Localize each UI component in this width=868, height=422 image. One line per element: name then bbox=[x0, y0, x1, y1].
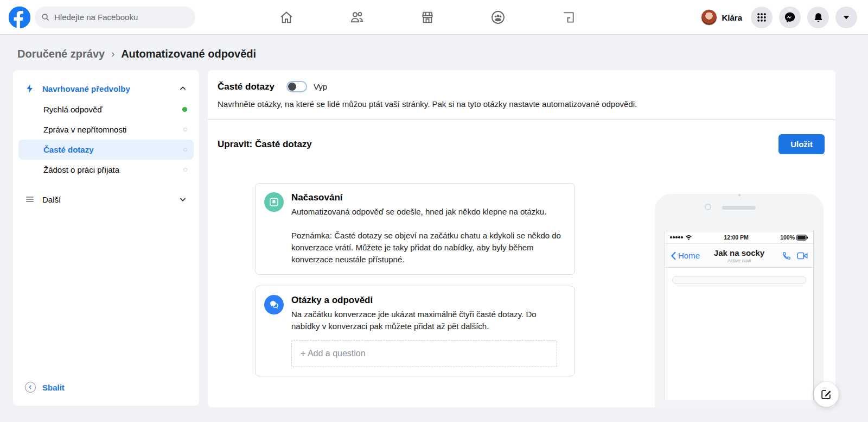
status-dot-off bbox=[183, 168, 187, 172]
nav-gaming-tab[interactable] bbox=[533, 0, 604, 35]
sidebar-section-more[interactable]: Další bbox=[13, 187, 199, 211]
compose-icon bbox=[820, 388, 832, 400]
sidebar-section-suggested-presets[interactable]: Navrhované předvolby bbox=[13, 78, 199, 99]
nav-groups-tab[interactable] bbox=[463, 0, 533, 35]
search-input[interactable] bbox=[54, 12, 179, 22]
feature-title: Časté dotazy bbox=[218, 81, 275, 92]
sidebar-section-title: Navrhované předvolby bbox=[42, 84, 178, 93]
lightning-icon bbox=[25, 84, 35, 93]
account-caret-icon bbox=[842, 13, 851, 22]
call-icon[interactable] bbox=[782, 251, 792, 261]
apps-grid-icon bbox=[756, 12, 767, 23]
automated-responses-panel: Časté dotazy Vyp Navrhněte otázky, na kt… bbox=[208, 70, 835, 407]
phone-camera bbox=[705, 204, 711, 210]
groups-icon bbox=[490, 10, 506, 25]
back-chevron-icon bbox=[671, 251, 676, 260]
breadcrumb-parent[interactable]: Doručené zprávy bbox=[17, 48, 105, 60]
battery-icon bbox=[796, 235, 808, 241]
signal-strength-icon bbox=[670, 235, 692, 240]
chat-back-button[interactable]: Home bbox=[671, 251, 700, 260]
sidebar-item-job-application-received[interactable]: Žádost o práci přijata bbox=[13, 160, 199, 180]
bell-schedule-icon bbox=[264, 192, 284, 212]
edit-body: Načasování Automatizovaná odpověď se ode… bbox=[208, 168, 835, 407]
hamburger-menu-icon bbox=[25, 194, 35, 204]
message-placeholder bbox=[672, 276, 806, 284]
chat-bubbles-icon bbox=[264, 295, 284, 314]
phone-speaker bbox=[722, 206, 756, 210]
profile-chip[interactable]: Klára bbox=[701, 9, 742, 26]
phone-statusbar: 12:00 PM 100% bbox=[665, 231, 813, 243]
global-search[interactable] bbox=[35, 7, 195, 28]
sidebar-more-label: Další bbox=[42, 195, 178, 204]
timing-card-note: Poznámka: Časté dotazy se objeví na začá… bbox=[291, 230, 566, 266]
questions-answers-card: Otázky a odpovědi Na začátku konverzace … bbox=[255, 286, 575, 376]
nav-marketplace-tab[interactable] bbox=[392, 0, 463, 35]
facebook-f-icon bbox=[9, 7, 30, 28]
sidebar-item-label: Žádost o práci přijata bbox=[43, 165, 119, 174]
nav-friends-tab[interactable] bbox=[322, 0, 392, 35]
chat-header: Home Jak na socky Active now bbox=[665, 243, 813, 268]
sidebar-item-label: Rychlá odpověď bbox=[43, 105, 102, 114]
phone-sensor-dot bbox=[738, 194, 741, 196]
breadcrumb: Doručené zprávy › Automatizované odpověd… bbox=[0, 35, 868, 70]
friends-icon bbox=[349, 10, 365, 25]
feature-toggle-section: Časté dotazy Vyp Navrhněte otázky, na kt… bbox=[208, 70, 835, 120]
toggle-knob bbox=[288, 83, 296, 91]
toggle-state-label: Vyp bbox=[314, 82, 327, 91]
compose-message-fab[interactable] bbox=[814, 382, 839, 407]
nav-home-tab[interactable] bbox=[251, 0, 322, 35]
home-icon bbox=[279, 10, 294, 25]
top-nav-tabs bbox=[251, 0, 604, 35]
facebook-logo[interactable] bbox=[9, 7, 30, 28]
save-button[interactable]: Uložit bbox=[778, 134, 825, 154]
chevron-down-icon bbox=[178, 195, 187, 204]
phone-mockup: 12:00 PM 100% bbox=[655, 194, 824, 407]
timing-card: Načasování Automatizovaná odpověď se ode… bbox=[255, 183, 575, 275]
feature-toggle[interactable] bbox=[286, 81, 307, 92]
notifications-bell-icon bbox=[813, 12, 824, 23]
chevron-left-icon bbox=[28, 385, 33, 390]
messenger-icon bbox=[784, 11, 796, 23]
messenger-button[interactable] bbox=[779, 7, 801, 28]
sidebar-item-label: Zpráva v nepřítomnosti bbox=[43, 125, 126, 134]
status-dot-off bbox=[183, 128, 187, 131]
status-dot-off bbox=[183, 148, 187, 152]
status-dot-on bbox=[182, 107, 187, 112]
timing-card-title: Načasování bbox=[291, 192, 566, 203]
questions-card-title: Otázky a odpovědi bbox=[291, 295, 566, 306]
sidebar-collapse-button[interactable]: Sbalit bbox=[25, 382, 65, 393]
sidebar-item-away-message[interactable]: Zpráva v nepřítomnosti bbox=[13, 119, 199, 140]
top-navigation-bar: Klára bbox=[0, 0, 868, 35]
battery-percent: 100% bbox=[780, 234, 795, 241]
phone-screen: 12:00 PM 100% bbox=[665, 231, 814, 400]
breadcrumb-separator-icon: › bbox=[111, 48, 114, 60]
edit-title: Upravit: Časté dotazy bbox=[218, 139, 312, 150]
timing-card-paragraph: Automatizovaná odpověď se odešle, hned j… bbox=[291, 206, 566, 218]
account-menu-button[interactable] bbox=[835, 7, 857, 28]
sidebar-item-label: Časté dotazy bbox=[43, 145, 94, 154]
video-call-icon[interactable] bbox=[797, 251, 808, 260]
edit-section-header: Upravit: Časté dotazy Uložit bbox=[208, 120, 835, 168]
apps-menu-button[interactable] bbox=[751, 7, 773, 28]
settings-sidebar: Navrhované předvolby Rychlá odpověď Zprá… bbox=[13, 70, 199, 406]
settings-cards-column: Načasování Automatizovaná odpověď se ode… bbox=[255, 183, 575, 407]
chat-back-label: Home bbox=[678, 251, 700, 260]
feature-description: Navrhněte otázky, na které se lidé můžou… bbox=[218, 99, 826, 109]
collapse-circle-icon bbox=[25, 382, 36, 393]
gaming-icon bbox=[561, 10, 576, 24]
questions-card-paragraph: Na začátku konverzace jde ukázat maximál… bbox=[291, 308, 566, 332]
chat-body bbox=[665, 276, 813, 284]
wifi-icon bbox=[685, 235, 692, 240]
status-time: 12:00 PM bbox=[724, 234, 749, 241]
sidebar-item-quick-reply[interactable]: Rychlá odpověď bbox=[13, 99, 199, 119]
add-question-button[interactable]: + Add a question bbox=[291, 340, 557, 367]
search-icon bbox=[41, 13, 50, 22]
notifications-button[interactable] bbox=[807, 7, 829, 28]
phone-preview-column: 12:00 PM 100% bbox=[655, 183, 824, 407]
sidebar-item-frequent-questions[interactable]: Časté dotazy bbox=[18, 140, 194, 160]
chevron-up-icon bbox=[178, 84, 187, 93]
top-right-controls: Klára bbox=[701, 0, 857, 35]
marketplace-icon bbox=[420, 10, 435, 25]
profile-avatar bbox=[701, 9, 717, 26]
collapse-label: Sbalit bbox=[42, 383, 65, 392]
